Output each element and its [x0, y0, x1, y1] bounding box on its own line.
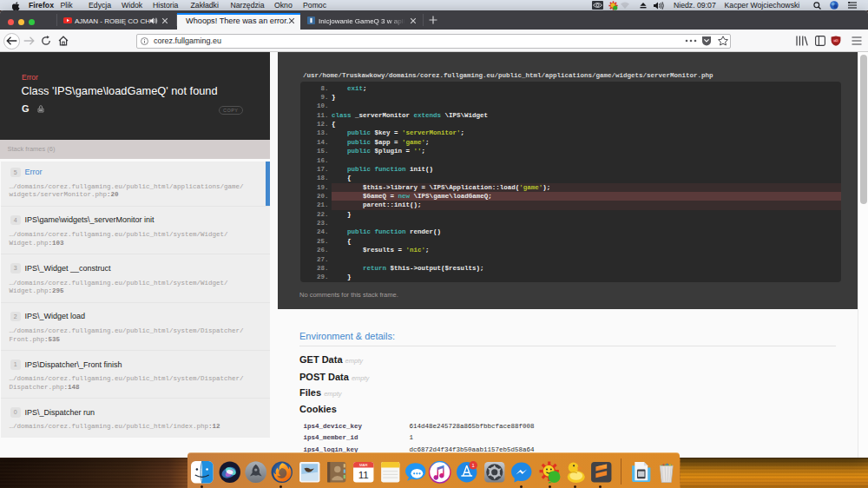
svg-text:uO: uO	[834, 39, 838, 43]
svg-text:MAR: MAR	[359, 463, 367, 467]
svg-text:11: 11	[358, 469, 368, 480]
svg-text:1: 1	[472, 463, 475, 468]
